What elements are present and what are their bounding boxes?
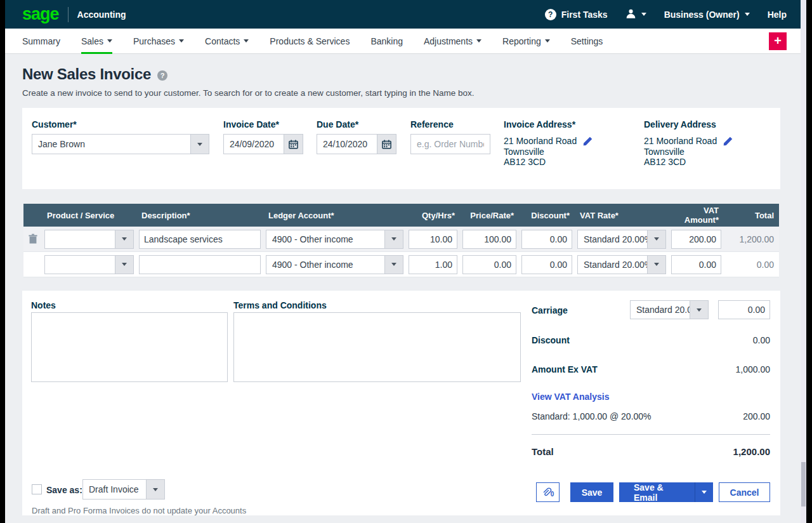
- nav-item-settings[interactable]: Settings: [571, 29, 603, 54]
- app-frame: sage Accounting ? First Tasks Business (…: [5, 0, 806, 523]
- chevron-down-icon[interactable]: [647, 230, 665, 248]
- page-help-icon[interactable]: ?: [157, 70, 167, 81]
- amount-ex-vat-row: Amount Ex VAT 1,000.00: [532, 364, 770, 374]
- discount-input[interactable]: [521, 255, 572, 274]
- total-row: Total 1,200.00: [532, 446, 770, 457]
- invoice-date-input[interactable]: [223, 134, 284, 154]
- chevron-down-icon[interactable]: [384, 256, 403, 274]
- help-link[interactable]: Help: [768, 10, 787, 20]
- chevron-down-icon[interactable]: [647, 256, 665, 274]
- col-discount: Discount*: [519, 204, 575, 227]
- customer-label: Customer*: [32, 119, 77, 129]
- trash-icon: [28, 234, 38, 244]
- price-input[interactable]: [462, 255, 516, 274]
- vat-amount-input[interactable]: [671, 230, 721, 249]
- nav-item-products-services[interactable]: Products & Services: [270, 29, 350, 54]
- save-as-hint: Draft and Pro Forma Invoices do not upda…: [32, 506, 246, 515]
- total-value: 1,200.00: [733, 446, 770, 457]
- chevron-down-icon[interactable]: [384, 230, 403, 248]
- cancel-button[interactable]: Cancel: [719, 482, 770, 502]
- chevron-down-icon[interactable]: [190, 135, 209, 154]
- customer-select[interactable]: Jane Brown: [32, 134, 209, 154]
- chevron-down-icon: [476, 39, 481, 43]
- sage-logo[interactable]: sage: [22, 6, 59, 23]
- invoice-date-label: Invoice Date*: [223, 119, 279, 129]
- col-description: Description*: [136, 204, 263, 227]
- price-input[interactable]: [462, 230, 516, 249]
- chevron-down-icon[interactable]: [695, 491, 713, 494]
- delivery-address: 21 Moorland Road Townsville AB12 3CD: [644, 136, 717, 168]
- top-bar: sage Accounting ? First Tasks Business (…: [5, 0, 801, 29]
- delete-row-button[interactable]: [23, 234, 42, 244]
- calendar-icon[interactable]: [284, 134, 303, 154]
- first-tasks-button[interactable]: ? First Tasks: [545, 9, 608, 20]
- business-menu[interactable]: Business (Owner): [664, 10, 750, 20]
- save-and-email-button[interactable]: Save & Email: [619, 482, 713, 502]
- ledger-account-select[interactable]: 4900 - Other income: [266, 255, 403, 274]
- chevron-down-icon[interactable]: [115, 230, 133, 248]
- first-tasks-label: First Tasks: [561, 10, 608, 20]
- save-as-select[interactable]: Draft Invoice: [82, 479, 165, 500]
- nav-item-summary[interactable]: Summary: [22, 29, 60, 54]
- save-button[interactable]: Save: [570, 482, 613, 502]
- discount-input[interactable]: [521, 230, 572, 249]
- view-vat-analysis-link[interactable]: View VAT Analysis: [532, 392, 609, 402]
- delete-column-header: [23, 204, 42, 227]
- qty-input[interactable]: [409, 230, 457, 249]
- nav-item-contacts[interactable]: Contacts: [205, 29, 249, 54]
- ledger-account-select[interactable]: 4900 - Other income: [266, 230, 403, 249]
- chevron-down-icon: [545, 39, 550, 43]
- carriage-label: Carriage: [532, 305, 568, 315]
- chevron-down-icon[interactable]: [690, 301, 708, 319]
- user-menu[interactable]: [625, 8, 646, 21]
- help-label: Help: [768, 10, 787, 20]
- col-vat-amount: VAT Amount*: [669, 204, 724, 227]
- reference-input[interactable]: [410, 134, 490, 154]
- chevron-down-icon[interactable]: [115, 256, 133, 274]
- quick-add-button[interactable]: +: [769, 32, 787, 50]
- nav-item-banking[interactable]: Banking: [370, 29, 403, 54]
- discount-label: Discount: [532, 335, 570, 345]
- vat-breakdown-value: 200.00: [743, 411, 770, 421]
- description-input[interactable]: [139, 255, 261, 274]
- edit-invoice-address-icon[interactable]: [582, 136, 593, 149]
- nav-item-reporting[interactable]: Reporting: [502, 29, 550, 54]
- calendar-icon[interactable]: [377, 134, 396, 154]
- description-input[interactable]: [139, 230, 261, 249]
- scrollbar-thumb[interactable]: [801, 462, 806, 506]
- qty-input[interactable]: [409, 255, 457, 274]
- discount-row: Discount 0.00: [532, 335, 770, 345]
- col-ledger-account: Ledger Account*: [263, 204, 406, 227]
- invoice-address: 21 Moorland Road Townsville AB12 3CD: [504, 136, 577, 168]
- terms-label: Terms and Conditions: [233, 300, 327, 310]
- vertical-scrollbar[interactable]: [801, 0, 806, 523]
- chevron-down-icon: [244, 39, 249, 43]
- vat-rate-select[interactable]: Standard 20.00%: [577, 255, 666, 274]
- edit-delivery-address-icon[interactable]: [723, 136, 733, 149]
- terms-textarea[interactable]: [233, 312, 521, 382]
- summary-divider: [532, 434, 770, 435]
- row-total: 1,200.00: [724, 234, 779, 244]
- amount-ex-vat-label: Amount Ex VAT: [532, 364, 598, 374]
- save-as-checkbox[interactable]: [32, 484, 42, 494]
- product-select[interactable]: [44, 230, 134, 249]
- line-items-table: Product / Service Description* Ledger Ac…: [23, 204, 779, 277]
- col-qty-hrs: Qty/Hrs*: [406, 204, 460, 227]
- table-row: 4900 - Other income Standard 20.00% 1,20…: [23, 227, 779, 252]
- due-date-input[interactable]: [317, 134, 377, 154]
- vat-rate-select[interactable]: Standard 20.00%: [577, 230, 666, 249]
- chevron-down-icon[interactable]: [146, 480, 164, 499]
- vat-amount-input[interactable]: [671, 255, 721, 274]
- table-row: 4900 - Other income Standard 20.00% 0.00: [23, 252, 779, 277]
- nav-item-adjustments[interactable]: Adjustments: [424, 29, 481, 54]
- carriage-amount-input[interactable]: [718, 300, 770, 319]
- nav-item-sales[interactable]: Sales: [81, 29, 112, 54]
- topbar-right: ? First Tasks Business (Owner) Help: [545, 8, 787, 21]
- carriage-vat-select[interactable]: Standard 20.00%: [630, 300, 709, 319]
- product-select[interactable]: [44, 255, 134, 274]
- app-title: Accounting: [77, 10, 126, 20]
- notes-textarea[interactable]: [31, 312, 228, 382]
- attachments-button[interactable]: 0: [536, 482, 560, 502]
- nav-item-purchases[interactable]: Purchases: [133, 29, 184, 54]
- chevron-down-icon: [641, 13, 646, 16]
